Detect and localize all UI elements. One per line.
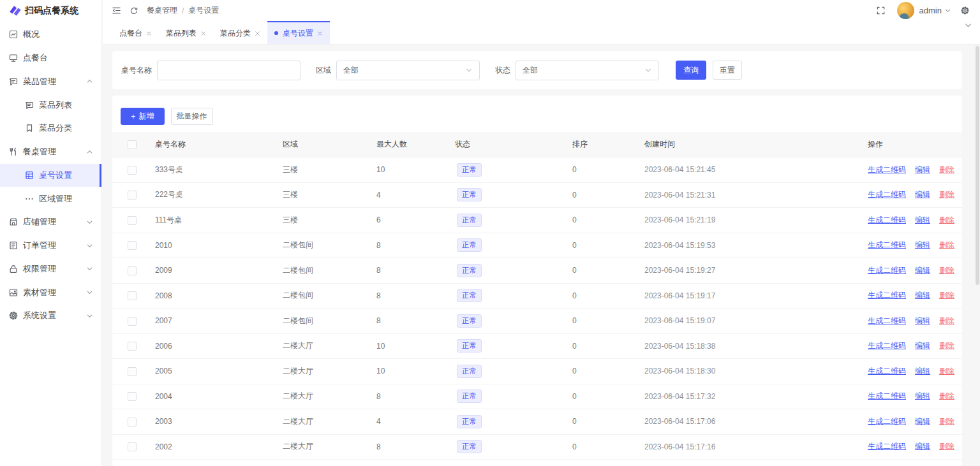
edit-link[interactable]: 编辑 (915, 341, 930, 350)
generate-qrcode-link[interactable]: 生成二维码 (868, 417, 906, 426)
row-checkbox[interactable] (128, 266, 137, 275)
delete-link[interactable]: 删除 (939, 367, 954, 375)
edit-link[interactable]: 编辑 (915, 367, 930, 375)
refresh-icon[interactable] (130, 6, 138, 15)
collapse-menu-icon[interactable] (112, 6, 121, 15)
tab-close-icon[interactable] (146, 31, 152, 36)
breadcrumb-item-1[interactable]: 餐桌管理 (147, 5, 177, 16)
row-checkbox[interactable] (128, 317, 137, 326)
sidebar-item-13[interactable]: 系统设置 (0, 304, 101, 328)
edit-link[interactable]: 编辑 (915, 165, 930, 174)
delete-link[interactable]: 删除 (939, 417, 954, 426)
sidebar-item-10[interactable]: 订单管理 (0, 234, 101, 258)
cell-sort: 0 (572, 266, 644, 275)
table-manage-icon (8, 147, 19, 157)
generate-qrcode-link[interactable]: 生成二维码 (868, 165, 906, 174)
delete-link[interactable]: 删除 (939, 165, 954, 174)
add-button[interactable]: +新增 (121, 108, 165, 125)
select-all-checkbox[interactable] (128, 140, 137, 149)
user-chevron-down-icon[interactable] (944, 7, 951, 14)
cell-region: 二楼大厅 (283, 340, 376, 351)
tab-2[interactable]: 菜品列表 (159, 21, 213, 44)
generate-qrcode-link[interactable]: 生成二维码 (868, 341, 906, 350)
edit-link[interactable]: 编辑 (915, 417, 930, 426)
row-checkbox[interactable] (128, 367, 137, 376)
tab-4[interactable]: 桌号设置 (267, 21, 330, 44)
generate-qrcode-link[interactable]: 生成二维码 (868, 316, 906, 325)
edit-link[interactable]: 编辑 (915, 291, 930, 300)
delete-link[interactable]: 删除 (939, 391, 954, 400)
username[interactable]: admin (919, 6, 942, 15)
tab-close-icon[interactable] (255, 31, 260, 36)
cell-region: 二楼包间 (283, 316, 376, 326)
sidebar-item-3[interactable]: 菜品管理 (0, 70, 101, 94)
row-checkbox[interactable] (128, 216, 137, 225)
edit-link[interactable]: 编辑 (915, 240, 930, 249)
delete-link[interactable]: 删除 (939, 190, 954, 199)
edit-link[interactable]: 编辑 (915, 215, 930, 224)
tab-close-icon[interactable] (200, 31, 206, 36)
sidebar-item-5[interactable]: 菜品分类 (0, 117, 101, 140)
cell-max: 8 (376, 442, 455, 451)
generate-qrcode-link[interactable]: 生成二维码 (868, 240, 906, 249)
generate-qrcode-link[interactable]: 生成二维码 (868, 215, 906, 224)
delete-link[interactable]: 删除 (939, 215, 954, 224)
generate-qrcode-link[interactable]: 生成二维码 (868, 367, 906, 375)
delete-link[interactable]: 删除 (939, 240, 954, 249)
sidebar-item-12[interactable]: 素材管理 (0, 280, 101, 304)
generate-qrcode-link[interactable]: 生成二维码 (868, 266, 906, 275)
col-header-region: 区域 (283, 139, 376, 150)
row-checkbox[interactable] (128, 442, 137, 451)
tab-3[interactable]: 菜品分类 (213, 21, 267, 44)
tab-label: 菜品列表 (166, 28, 197, 39)
delete-link[interactable]: 删除 (939, 291, 954, 300)
delete-link[interactable]: 删除 (939, 442, 954, 451)
sidebar-item-8[interactable]: 区域管理 (0, 187, 101, 210)
region-select[interactable]: 全部 (336, 61, 480, 80)
row-checkbox[interactable] (128, 166, 137, 175)
status-select[interactable]: 全部 (516, 61, 659, 80)
sidebar-item-2[interactable]: 点餐台 (0, 47, 101, 70)
edit-link[interactable]: 编辑 (915, 190, 930, 199)
fullscreen-icon[interactable] (876, 6, 886, 15)
tab-close-icon[interactable] (317, 31, 323, 36)
sidebar-item-4[interactable]: 菜品列表 (0, 93, 101, 117)
row-checkbox[interactable] (128, 342, 137, 351)
cell-region: 二楼大厅 (283, 391, 376, 402)
edit-link[interactable]: 编辑 (915, 442, 930, 451)
edit-link[interactable]: 编辑 (915, 391, 930, 400)
sidebar-item-9[interactable]: 店铺管理 (0, 210, 101, 234)
row-checkbox[interactable] (128, 392, 137, 401)
avatar[interactable] (897, 2, 914, 19)
table-row: 2003二楼大厅4正常02023-06-04 15:17:06生成二维码编辑删除 (112, 409, 962, 435)
edit-link[interactable]: 编辑 (915, 266, 930, 275)
tab-1[interactable]: 点餐台 (112, 21, 159, 44)
vertical-scrollbar[interactable] (976, 46, 979, 285)
generate-qrcode-link[interactable]: 生成二维码 (868, 442, 906, 451)
tabs-chevron-down-icon[interactable] (964, 21, 972, 29)
sidebar-item-1[interactable]: 概况 (0, 23, 101, 47)
sidebar-item-11[interactable]: 权限管理 (0, 258, 101, 281)
topbar: 餐桌管理 / 桌号设置 admin (103, 0, 980, 21)
row-checkbox[interactable] (128, 418, 137, 426)
sidebar-item-7[interactable]: 桌号设置 (0, 164, 101, 187)
table-name-input[interactable] (157, 61, 301, 80)
settings-gear-icon[interactable] (960, 6, 970, 15)
reset-button[interactable]: 重置 (713, 61, 742, 80)
content-area: 桌号名称 区域 全部 状态 全部 查询 重置 +新增 批量操作 桌号名称 (103, 45, 980, 466)
generate-qrcode-link[interactable]: 生成二维码 (868, 190, 906, 199)
search-button[interactable]: 查询 (676, 61, 706, 80)
row-checkbox[interactable] (128, 291, 137, 300)
edit-link[interactable]: 编辑 (915, 316, 930, 325)
table-toolbar: +新增 批量操作 (112, 96, 962, 125)
batch-operation-button[interactable]: 批量操作 (171, 108, 213, 125)
delete-link[interactable]: 删除 (939, 341, 954, 350)
delete-link[interactable]: 删除 (939, 316, 954, 325)
sidebar-item-6[interactable]: 餐桌管理 (0, 140, 101, 164)
generate-qrcode-link[interactable]: 生成二维码 (868, 291, 906, 300)
row-checkbox[interactable] (128, 241, 137, 250)
delete-link[interactable]: 删除 (939, 266, 954, 275)
area-manage-icon (24, 194, 34, 204)
row-checkbox[interactable] (128, 191, 137, 200)
generate-qrcode-link[interactable]: 生成二维码 (868, 391, 906, 400)
